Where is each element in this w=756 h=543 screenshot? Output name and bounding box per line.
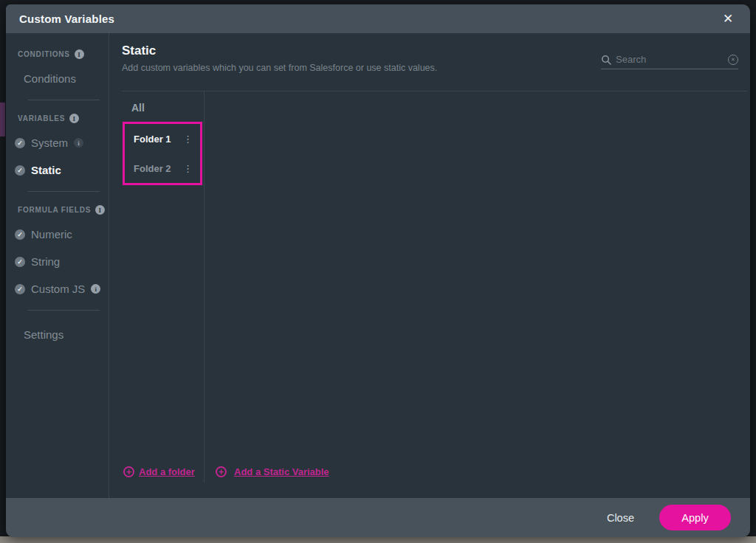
info-icon[interactable]: i <box>95 205 105 215</box>
sidebar-item-label: Numeric <box>31 228 72 241</box>
sidebar-item-string[interactable]: ✓ String <box>6 255 109 268</box>
sidebar-item-numeric[interactable]: ✓ Numeric <box>6 228 109 241</box>
modal-body: CONDITIONS i Conditions VARIABLES i ✓ Sy… <box>6 33 750 498</box>
content-header: Static Add custom variables which you ca… <box>109 33 750 91</box>
info-icon[interactable]: i <box>91 284 100 294</box>
add-folder-button[interactable]: + Add a folder <box>123 466 204 477</box>
check-icon: ✓ <box>15 229 25 240</box>
kebab-menu-icon[interactable]: ⋮ <box>180 162 196 175</box>
add-static-variable-label: Add a Static Variable <box>234 466 329 477</box>
sidebar: CONDITIONS i Conditions VARIABLES i ✓ Sy… <box>6 33 109 498</box>
sidebar-item-label: Custom JS <box>31 283 85 295</box>
folder-filter-all[interactable]: All <box>122 91 204 114</box>
modal-header: Custom Variables ✕ <box>6 4 750 33</box>
sidebar-item-custom-js[interactable]: ✓ Custom JS i <box>6 283 109 295</box>
check-icon: ✓ <box>15 165 25 176</box>
folder-column: All Folder 1 ⋮ Folder 2 ⋮ + <box>122 91 205 483</box>
sidebar-item-system[interactable]: ✓ System i <box>6 136 109 149</box>
sidebar-item-settings[interactable]: Settings <box>6 328 109 341</box>
check-icon: ✓ <box>15 257 25 267</box>
folder-name: Folder 1 <box>134 134 171 145</box>
sidebar-item-label: Settings <box>24 328 63 341</box>
folder-row[interactable]: Folder 1 ⋮ <box>125 124 200 153</box>
sidebar-item-label: System <box>31 136 68 149</box>
background-app-edge <box>0 103 5 136</box>
info-icon[interactable]: i <box>75 49 84 59</box>
add-static-variable-button[interactable]: + Add a Static Variable <box>216 466 329 477</box>
content-area: Static Add custom variables which you ca… <box>109 33 750 498</box>
folder-name: Folder 2 <box>134 163 171 174</box>
sidebar-item-static[interactable]: ✓ Static <box>6 164 109 176</box>
sidebar-group-formula-fields: FORMULA FIELDS i <box>6 205 109 215</box>
plus-circle-icon: + <box>123 466 134 477</box>
search-input[interactable] <box>616 54 724 65</box>
sidebar-item-label: String <box>31 255 60 268</box>
search-box: ✕ <box>601 54 738 69</box>
modal-footer: Close Apply <box>6 498 750 537</box>
info-icon[interactable]: i <box>74 138 83 148</box>
check-icon: ✓ <box>15 284 25 294</box>
check-icon: ✓ <box>15 138 25 148</box>
variables-panel: + Add a Static Variable <box>205 91 750 483</box>
custom-variables-modal: Custom Variables ✕ CONDITIONS i Conditio… <box>6 4 750 537</box>
sidebar-divider <box>28 191 100 192</box>
sidebar-item-conditions[interactable]: Conditions <box>6 72 109 85</box>
plus-circle-icon: + <box>216 466 227 477</box>
background-page-strip <box>0 536 756 543</box>
close-button[interactable]: Close <box>607 512 634 524</box>
group-label-text: FORMULA FIELDS <box>18 206 91 214</box>
modal-title: Custom Variables <box>19 13 114 25</box>
folder-selection-highlight: Folder 1 ⋮ Folder 2 ⋮ <box>123 122 202 185</box>
sidebar-item-label: Conditions <box>24 72 76 85</box>
group-label-text: CONDITIONS <box>18 50 70 58</box>
add-folder-label: Add a folder <box>139 466 195 477</box>
close-icon[interactable]: ✕ <box>719 10 737 28</box>
apply-button[interactable]: Apply <box>659 505 731 530</box>
sidebar-divider <box>28 100 100 100</box>
sidebar-group-variables: VARIABLES i <box>6 114 109 123</box>
kebab-menu-icon[interactable]: ⋮ <box>180 133 196 145</box>
folder-row[interactable]: Folder 2 ⋮ <box>125 153 200 183</box>
sidebar-group-conditions: CONDITIONS i <box>6 49 109 59</box>
sidebar-item-label: Static <box>31 164 61 176</box>
info-icon[interactable]: i <box>69 114 79 123</box>
search-icon <box>601 55 611 65</box>
sidebar-divider <box>28 310 100 311</box>
content-main: All Folder 1 ⋮ Folder 2 ⋮ + <box>109 91 750 498</box>
clear-search-icon[interactable]: ✕ <box>728 55 738 65</box>
group-label-text: VARIABLES <box>18 114 65 122</box>
